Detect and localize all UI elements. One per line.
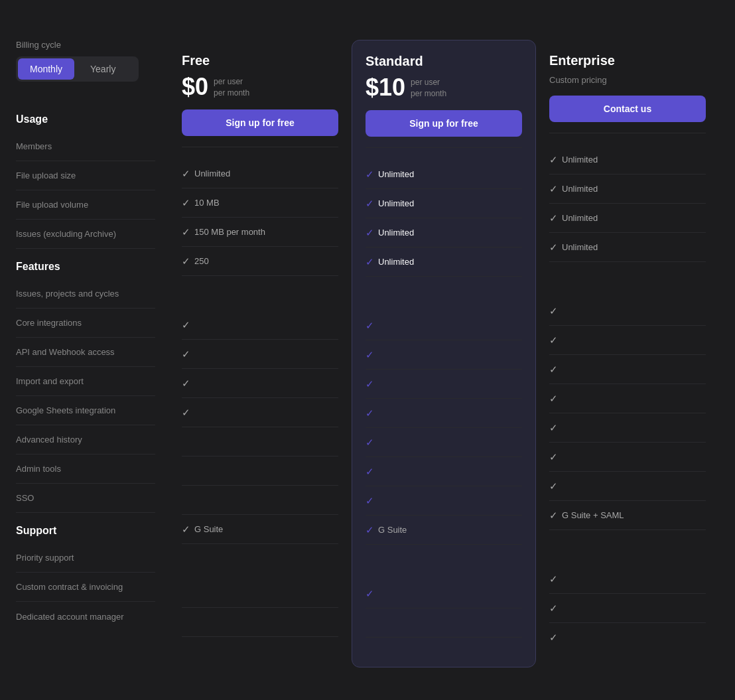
check-icon: ✓ — [549, 393, 558, 405]
feature-issues-projects: Issues, projects and cycles — [16, 279, 155, 309]
feature-admin-tools: Admin tools — [16, 455, 155, 484]
enterprise-file-size-row: ✓ Unlimited — [549, 175, 706, 204]
free-plan-header: Free $0 per user per month Sign up for f… — [182, 40, 338, 147]
free-file-size-row: ✓ 10 MB — [182, 188, 338, 218]
billing-label: Billing cycle — [16, 40, 155, 50]
standard-members-value: Unlimited — [378, 169, 414, 179]
enterprise-members-row: ✓ Unlimited — [549, 145, 706, 175]
standard-file-volume-row: ✓ Unlimited — [366, 218, 522, 247]
feature-custom-contract: Custom contract & invoicing — [16, 573, 155, 602]
feature-file-upload-size: File upload size — [16, 161, 155, 190]
free-google-sheets-row — [182, 427, 338, 456]
enterprise-plan-column: Enterprise Custom pricing Contact us ✓ U… — [536, 40, 719, 667]
standard-api-webhook-row: ✓ — [366, 370, 522, 399]
standard-advanced-history-row: ✓ — [366, 457, 522, 486]
feature-priority-support: Priority support — [16, 543, 155, 573]
free-dedicated-manager-row — [182, 637, 338, 666]
check-icon: ✓ — [182, 407, 190, 419]
check-icon: ✓ — [366, 349, 374, 361]
free-plan-column: Free $0 per user per month Sign up for f… — [168, 40, 352, 667]
feature-api-webhook: API and Webhook access — [16, 338, 155, 367]
free-import-export-row: ✓ — [182, 398, 338, 427]
free-plan-price: $0 per user per month — [182, 75, 338, 99]
enterprise-custom-pricing: Custom pricing — [549, 75, 706, 85]
enterprise-issues-row: ✓ Unlimited — [549, 233, 706, 262]
check-icon: ✓ — [182, 168, 190, 180]
check-icon: ✓ — [549, 632, 558, 644]
standard-custom-contract-row — [366, 608, 522, 638]
free-priority-support-row — [182, 579, 338, 608]
check-icon: ✓ — [182, 378, 190, 389]
free-advanced-history-row — [182, 456, 338, 486]
free-cta-button[interactable]: Sign up for free — [182, 109, 338, 136]
billing-toggle: Monthly Yearly — [16, 56, 139, 82]
standard-file-volume-value: Unlimited — [378, 228, 414, 238]
check-icon: ✓ — [549, 305, 558, 317]
standard-file-size-value: Unlimited — [378, 198, 414, 208]
check-icon: ✓ — [366, 256, 374, 268]
enterprise-priority-support-row: ✓ — [549, 565, 706, 594]
feature-advanced-history: Advanced history — [16, 425, 155, 455]
check-icon: ✓ — [366, 407, 374, 419]
billing-section: Billing cycle Monthly Yearly — [16, 40, 155, 82]
check-icon: ✓ — [182, 197, 190, 209]
check-icon: ✓ — [182, 255, 190, 267]
enterprise-sso-value: G Suite + SAML — [562, 510, 624, 520]
monthly-toggle[interactable]: Monthly — [18, 58, 74, 80]
feature-issues-archive: Issues (excluding Archive) — [16, 220, 155, 249]
enterprise-cta-button[interactable]: Contact us — [549, 96, 706, 122]
check-icon: ✓ — [549, 154, 558, 166]
features-column: Billing cycle Monthly Yearly Usage Membe… — [16, 40, 168, 667]
check-icon: ✓ — [366, 198, 374, 210]
check-icon: ✓ — [549, 242, 558, 253]
standard-plan-header: Standard $10 per user per month Sign up … — [366, 40, 522, 148]
check-icon: ✓ — [366, 227, 374, 239]
free-issues-projects-row: ✓ — [182, 311, 338, 340]
free-file-volume-row: ✓ 150 MB per month — [182, 218, 338, 247]
feature-import-export: Import and export — [16, 367, 155, 396]
standard-cta-button[interactable]: Sign up for free — [366, 110, 522, 137]
feature-google-sheets: Google Sheets integration — [16, 396, 155, 425]
enterprise-api-webhook-row: ✓ — [549, 355, 706, 384]
free-price-desc: per user per month — [214, 76, 249, 99]
standard-issues-row: ✓ Unlimited — [366, 247, 522, 277]
enterprise-file-size-value: Unlimited — [562, 184, 598, 194]
enterprise-file-volume-row: ✓ Unlimited — [549, 204, 706, 233]
enterprise-members-value: Unlimited — [562, 155, 598, 165]
feature-file-upload-volume: File upload volume — [16, 190, 155, 220]
free-plan-name: Free — [182, 53, 338, 68]
free-core-integrations-row: ✓ — [182, 340, 338, 369]
feature-members: Members — [16, 132, 155, 161]
check-icon: ✓ — [366, 495, 374, 507]
enterprise-plan-header: Enterprise Custom pricing Contact us — [549, 40, 706, 133]
check-icon: ✓ — [549, 364, 558, 376]
free-file-volume-value: 150 MB per month — [194, 227, 265, 237]
standard-dedicated-manager-row — [366, 638, 522, 667]
free-file-size-value: 10 MB — [194, 198, 220, 208]
standard-price-amount: $10 — [366, 76, 405, 100]
check-icon: ✓ — [549, 451, 558, 463]
check-icon: ✓ — [549, 422, 558, 434]
check-icon: ✓ — [366, 169, 374, 180]
enterprise-google-sheets-row: ✓ — [549, 413, 706, 443]
free-members-value: Unlimited — [194, 169, 230, 178]
yearly-toggle[interactable]: Yearly — [78, 58, 127, 80]
check-icon: ✓ — [366, 524, 374, 536]
check-icon: ✓ — [366, 378, 374, 390]
standard-google-sheets-row: ✓ — [366, 428, 522, 457]
enterprise-issues-value: Unlimited — [562, 242, 598, 252]
pricing-page: Billing cycle Monthly Yearly Usage Membe… — [16, 40, 719, 667]
check-icon: ✓ — [549, 510, 558, 522]
standard-issues-value: Unlimited — [378, 257, 414, 267]
features-section-header: Features — [16, 249, 155, 279]
enterprise-file-volume-value: Unlimited — [562, 213, 598, 223]
check-icon: ✓ — [182, 348, 190, 360]
free-price-amount: $0 — [182, 75, 208, 99]
enterprise-plan-name: Enterprise — [549, 53, 706, 68]
free-sso-row: ✓ G Suite — [182, 515, 338, 544]
feature-sso: SSO — [16, 484, 155, 513]
free-issues-row: ✓ 250 — [182, 247, 338, 276]
enterprise-sso-row: ✓ G Suite + SAML — [549, 501, 706, 530]
usage-section-header: Usage — [16, 102, 155, 132]
check-icon: ✓ — [182, 226, 190, 238]
